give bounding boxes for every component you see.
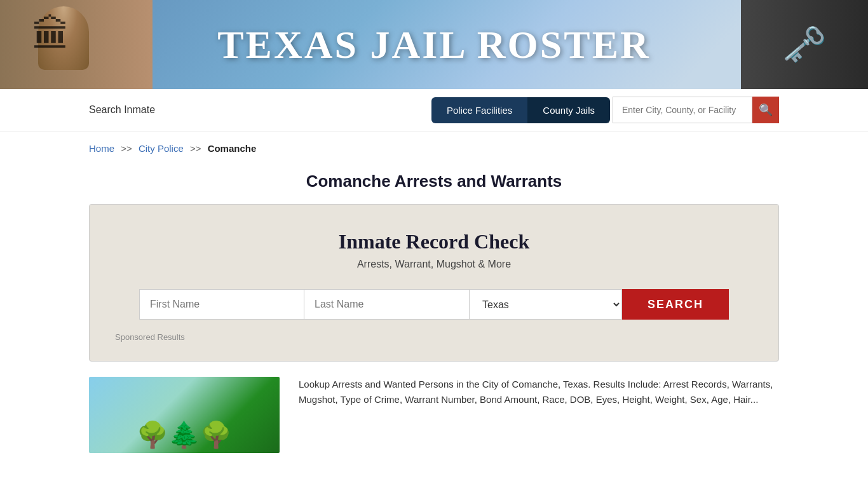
- record-check-subtitle: Arrests, Warrant, Mugshot & More: [115, 259, 753, 270]
- record-check-form: AlabamaAlaskaArizonaArkansasCaliforniaCo…: [115, 289, 753, 320]
- breadcrumb-sep-1: >>: [121, 143, 132, 154]
- page-title: Comanche Arrests and Warrants: [0, 172, 868, 191]
- nav-buttons: Police Facilities County Jails 🔍: [431, 97, 779, 123]
- record-check-box: Inmate Record Check Arrests, Warrant, Mu…: [89, 204, 779, 362]
- last-name-input[interactable]: [304, 289, 470, 320]
- page-title-section: Comanche Arrests and Warrants: [0, 165, 868, 204]
- facility-search-input[interactable]: [613, 97, 752, 123]
- facility-search-button[interactable]: 🔍: [752, 97, 779, 123]
- breadcrumb-city-police[interactable]: City Police: [139, 143, 184, 154]
- state-select[interactable]: AlabamaAlaskaArizonaArkansasCaliforniaCo…: [470, 289, 622, 320]
- sponsored-results-label: Sponsored Results: [115, 332, 753, 342]
- first-name-input[interactable]: [139, 289, 304, 320]
- header-banner: Texas Jail Roster 🗝️: [0, 0, 868, 89]
- search-inmate-label: Search Inmate: [89, 104, 431, 116]
- banner-title: Texas Jail Roster: [217, 22, 651, 67]
- breadcrumb-current: Comanche: [208, 143, 257, 154]
- comanche-image: [89, 377, 280, 453]
- breadcrumb-sep-2: >>: [190, 143, 201, 154]
- breadcrumb-home[interactable]: Home: [89, 143, 114, 154]
- banner-left-image: [0, 0, 153, 89]
- county-jails-button[interactable]: County Jails: [527, 97, 610, 123]
- bottom-section: Lookup Arrests and Wanted Persons in the…: [0, 377, 868, 453]
- bottom-description: Lookup Arrests and Wanted Persons in the…: [299, 377, 779, 453]
- inmate-search-button[interactable]: SEARCH: [622, 289, 729, 320]
- banner-right-image: 🗝️: [741, 0, 868, 89]
- police-facilities-button[interactable]: Police Facilities: [431, 97, 527, 123]
- record-check-heading: Inmate Record Check: [115, 230, 753, 254]
- nav-bar: Search Inmate Police Facilities County J…: [0, 89, 868, 132]
- key-icon: 🗝️: [782, 24, 827, 65]
- search-icon: 🔍: [759, 103, 773, 117]
- breadcrumb: Home >> City Police >> Comanche: [0, 132, 868, 165]
